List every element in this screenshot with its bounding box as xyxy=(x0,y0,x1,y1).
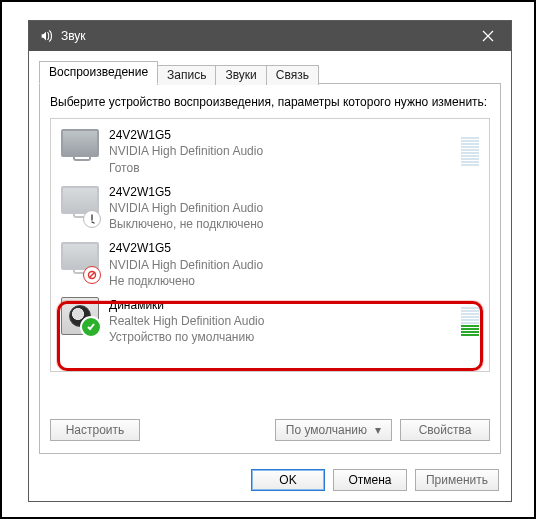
device-status: Выключено, не подключено xyxy=(109,216,479,232)
instruction-text: Выберите устройство воспроизведения, пар… xyxy=(50,94,490,110)
device-name: 24V2W1G5 xyxy=(109,240,479,256)
level-meter xyxy=(461,307,479,336)
sound-dialog: Звук Воспроизведение Запись Звуки Связь … xyxy=(28,20,512,502)
set-default-button[interactable]: По умолчанию ▾ xyxy=(275,419,392,441)
properties-button[interactable]: Свойства xyxy=(400,419,490,441)
tab-panel-playback: Выберите устройство воспроизведения, пар… xyxy=(39,84,501,454)
device-item[interactable]: 24V2W1G5 NVIDIA High Definition Audio Не… xyxy=(51,238,489,295)
dialog-button-row: OK Отмена Применить xyxy=(251,469,499,491)
ok-button[interactable]: OK xyxy=(251,469,325,491)
configure-button[interactable]: Настроить xyxy=(50,419,140,441)
tabstrip: Воспроизведение Запись Звуки Связь xyxy=(39,59,501,84)
tab-sounds[interactable]: Звуки xyxy=(215,65,266,85)
panel-button-row: Настроить По умолчанию ▾ Свойства xyxy=(50,419,490,441)
device-driver: NVIDIA High Definition Audio xyxy=(109,143,461,159)
tab-comm[interactable]: Связь xyxy=(266,65,319,85)
device-name: Динамики xyxy=(109,297,461,313)
apply-button[interactable]: Применить xyxy=(415,469,499,491)
device-status: Не подключено xyxy=(109,273,479,289)
chevron-down-icon: ▾ xyxy=(375,423,381,437)
screenshot-frame: Звук Воспроизведение Запись Звуки Связь … xyxy=(0,0,536,519)
device-name: 24V2W1G5 xyxy=(109,184,479,200)
device-list[interactable]: 24V2W1G5 NVIDIA High Definition Audio Го… xyxy=(50,118,490,372)
cancel-button[interactable]: Отмена xyxy=(333,469,407,491)
device-text: 24V2W1G5 NVIDIA High Definition Audio Не… xyxy=(109,240,479,289)
sound-icon xyxy=(39,29,53,43)
device-text: 24V2W1G5 NVIDIA High Definition Audio Вы… xyxy=(109,184,479,233)
monitor-icon xyxy=(61,240,97,276)
close-icon xyxy=(482,30,494,42)
speaker-icon xyxy=(61,297,97,333)
default-check-icon xyxy=(80,316,102,338)
monitor-icon xyxy=(61,127,97,163)
device-driver: NVIDIA High Definition Audio xyxy=(109,257,479,273)
device-text: Динамики Realtek High Definition Audio У… xyxy=(109,297,461,346)
device-driver: Realtek High Definition Audio xyxy=(109,313,461,329)
device-item-speakers[interactable]: Динамики Realtek High Definition Audio У… xyxy=(51,295,489,352)
client-area: Воспроизведение Запись Звуки Связь Выбер… xyxy=(29,51,511,464)
titlebar[interactable]: Звук xyxy=(29,21,511,51)
level-meter xyxy=(461,137,479,166)
device-status: Готов xyxy=(109,160,461,176)
device-item[interactable]: 24V2W1G5 NVIDIA High Definition Audio Вы… xyxy=(51,182,489,239)
set-default-label: По умолчанию xyxy=(286,423,367,437)
monitor-icon xyxy=(61,184,97,220)
tab-playback[interactable]: Воспроизведение xyxy=(39,61,158,84)
window-title: Звук xyxy=(61,29,471,43)
device-name: 24V2W1G5 xyxy=(109,127,461,143)
close-button[interactable] xyxy=(471,21,505,51)
device-driver: NVIDIA High Definition Audio xyxy=(109,200,479,216)
tab-recording[interactable]: Запись xyxy=(157,65,216,85)
disabled-badge-icon xyxy=(83,210,101,228)
unplugged-badge-icon xyxy=(83,266,101,284)
device-text: 24V2W1G5 NVIDIA High Definition Audio Го… xyxy=(109,127,461,176)
device-status: Устройство по умолчанию xyxy=(109,329,461,345)
device-item[interactable]: 24V2W1G5 NVIDIA High Definition Audio Го… xyxy=(51,119,489,182)
